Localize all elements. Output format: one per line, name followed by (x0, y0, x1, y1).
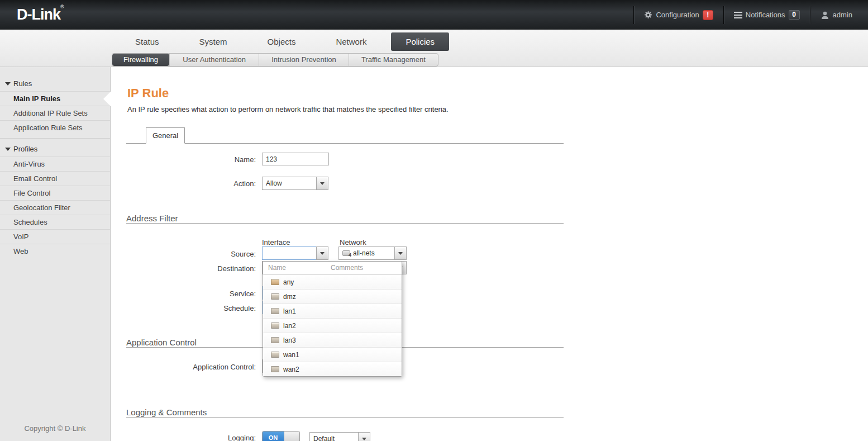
sidebar-item-email-control[interactable]: Email Control (0, 171, 110, 186)
network-column-label: Network (340, 238, 366, 246)
sidebar-section-profiles[interactable]: Profiles (0, 141, 110, 157)
item-label: VoIP (13, 233, 28, 241)
item-label: wan2 (283, 366, 299, 373)
separator (723, 6, 724, 24)
dropdown-item-any[interactable]: any (263, 274, 402, 289)
registered-mark: ® (60, 4, 64, 10)
tab-system[interactable]: System (187, 32, 240, 51)
logging-toggle[interactable]: ON (262, 431, 300, 441)
address-filter-heading: Address Filter (126, 214, 178, 223)
tab-network[interactable]: Network (323, 32, 379, 51)
sidebar-item-anti-virus[interactable]: Anti-Virus (0, 157, 110, 171)
subtab-firewalling[interactable]: Firewalling (112, 54, 169, 66)
user-icon (821, 11, 829, 20)
source-network-value: all-nets (353, 249, 375, 257)
item-label: lan1 (283, 307, 296, 315)
dropdown-item-lan3[interactable]: lan3 (263, 333, 402, 347)
ipv4-address-icon: 4 (342, 250, 350, 256)
top-bar: D-Link® Configuration ! (0, 0, 868, 30)
dlink-logo: D-Link® (17, 6, 64, 23)
source-network-combobox[interactable]: 4 all-nets (338, 246, 407, 260)
username-label: admin (833, 11, 852, 19)
configuration-button[interactable]: Configuration ! (644, 10, 713, 20)
page-description: An IP rule specifies what action to perf… (127, 105, 449, 113)
user-menu[interactable]: admin (821, 11, 852, 20)
separator (633, 6, 634, 24)
logging-level-combobox[interactable]: Default (309, 432, 370, 441)
interface-icon (271, 308, 279, 314)
sidebar-item-main-ip-rules[interactable]: Main IP Rules (0, 91, 110, 106)
dropdown-item-wan2[interactable]: wan2 (263, 362, 402, 376)
section-line (126, 417, 564, 418)
item-label: Anti-Virus (13, 160, 45, 168)
interface-icon (271, 279, 279, 285)
chevron-down-icon (362, 438, 366, 440)
source-interface-combobox[interactable] (262, 246, 328, 260)
item-label: dmz (283, 293, 296, 301)
notifications-button[interactable]: Notifications 0 (734, 10, 800, 20)
tab-objects[interactable]: Objects (255, 32, 309, 51)
source-label: Source: (111, 250, 256, 258)
interface-picker-dropdown: Name Comments any dmz lan1 lan2 lan3 wan… (263, 261, 402, 377)
dropdown-item-dmz[interactable]: dmz (263, 289, 402, 304)
dropdown-item-lan2[interactable]: lan2 (263, 318, 402, 333)
sidebar-item-geolocation-filter[interactable]: Geolocation Filter (0, 200, 110, 215)
sidebar-item-application-rule-sets[interactable]: Application Rule Sets (0, 120, 110, 135)
sidebar-item-schedules[interactable]: Schedules (0, 215, 110, 229)
item-label: Web (13, 247, 28, 255)
item-label: lan3 (283, 336, 296, 344)
subtab-traffic-management[interactable]: Traffic Management (349, 54, 438, 66)
brand-text: D-Link (17, 6, 60, 23)
interface-icon (271, 323, 279, 329)
sidebar: Rules Main IP Rules Additional IP Rule S… (0, 67, 111, 441)
tab-policies[interactable]: Policies (391, 32, 449, 51)
interface-column-label: Interface (262, 238, 290, 246)
gear-icon (644, 11, 652, 19)
dropdown-item-lan1[interactable]: lan1 (263, 304, 402, 318)
copyright-text: Copyright © D-Link (0, 424, 110, 433)
notifications-count-badge: 0 (789, 10, 800, 20)
configuration-label: Configuration (656, 11, 699, 19)
sub-tabs: Firewalling User Authentication Intrusio… (112, 53, 438, 67)
source-interface-dropdown-button[interactable] (316, 246, 328, 260)
item-label: wan1 (283, 351, 299, 359)
main-content: IP Rule An IP rule specifies what action… (111, 67, 868, 441)
item-label: Schedules (13, 218, 47, 226)
item-label: Application Rule Sets (13, 124, 83, 132)
service-label: Service: (111, 290, 256, 298)
sidebar-item-additional-ip-rule-sets[interactable]: Additional IP Rule Sets (0, 106, 110, 120)
app-window: D-Link® Configuration ! (0, 0, 868, 441)
chevron-down-icon (398, 252, 403, 255)
sidebar-list: Rules Main IP Rules Additional IP Rule S… (0, 76, 110, 258)
item-label: Geolocation Filter (13, 203, 70, 212)
action-select[interactable]: Allow (262, 177, 328, 190)
selected-pointer-icon (103, 92, 111, 106)
sidebar-section-rules[interactable]: Rules (0, 76, 110, 91)
dropdown-item-wan1[interactable]: wan1 (263, 347, 402, 362)
interface-icon (271, 366, 279, 372)
main-tabs: Status System Objects Network Policies (115, 32, 454, 51)
action-value: Allow (266, 179, 282, 187)
page-title: IP Rule (127, 86, 169, 101)
ipv4-icon-label: 4 (349, 252, 351, 258)
hamburger-icon (734, 12, 742, 18)
sidebar-item-web[interactable]: Web (0, 244, 110, 258)
subtab-user-authentication[interactable]: User Authentication (169, 54, 259, 66)
name-input[interactable] (262, 153, 329, 165)
chevron-down-icon (320, 252, 325, 255)
logging-label: Logging: (111, 434, 256, 441)
dropdown-header-row: Name Comments (263, 262, 402, 274)
item-label: lan2 (283, 322, 296, 330)
section-label: Profiles (13, 145, 37, 153)
action-dropdown-button[interactable] (316, 177, 328, 190)
sidebar-item-file-control[interactable]: File Control (0, 186, 110, 200)
subtab-intrusion-prevention[interactable]: Intrusion Prevention (259, 54, 348, 66)
tab-general[interactable]: General (146, 127, 185, 144)
schedule-label: Schedule: (111, 304, 256, 312)
logging-level-dropdown-button[interactable] (358, 432, 370, 441)
interface-icon (271, 337, 279, 343)
tab-status[interactable]: Status (122, 32, 172, 51)
sidebar-item-voip[interactable]: VoIP (0, 229, 110, 244)
section-label: Rules (13, 79, 32, 88)
source-network-dropdown-button[interactable] (394, 246, 407, 260)
